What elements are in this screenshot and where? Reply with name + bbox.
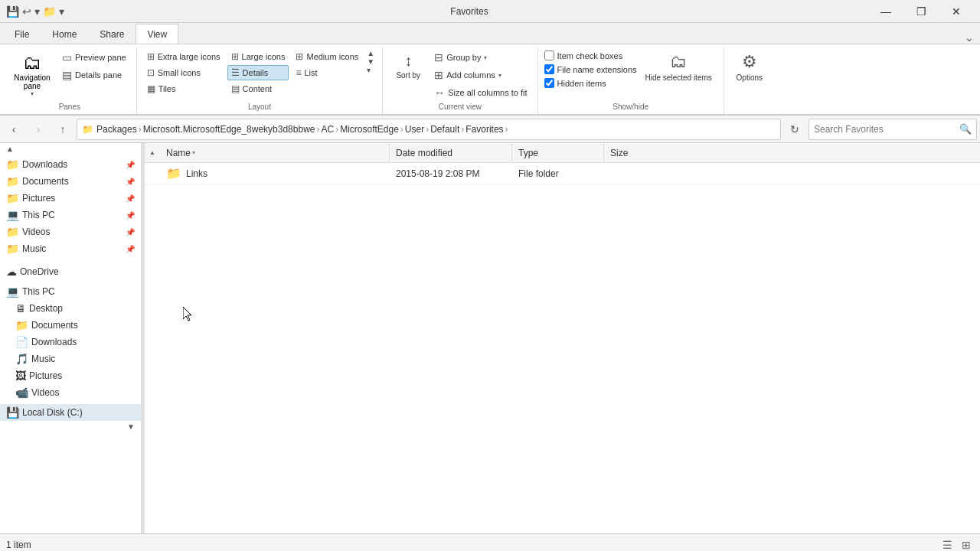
dropdown-icon: ▾ bbox=[34, 5, 40, 18]
col-header-name[interactable]: Name ▾ bbox=[160, 143, 390, 163]
tab-file[interactable]: File bbox=[3, 24, 41, 44]
search-icon: 🔍 bbox=[959, 123, 972, 135]
sidebar-item-documents-pinned[interactable]: 📁 Documents 📌 bbox=[0, 173, 141, 190]
sidebar-item-downloads-pinned[interactable]: 📁 Downloads 📌 bbox=[0, 156, 141, 173]
pane-toggles: ▭ Preview pane ▤ Details pane bbox=[58, 49, 130, 83]
sidebar-item-onedrive[interactable]: ☁ OneDrive bbox=[0, 263, 141, 280]
downloads-folder-icon: 📁 bbox=[6, 158, 19, 171]
hidden-items-row[interactable]: Hidden items bbox=[544, 77, 637, 90]
hidden-items-checkbox[interactable] bbox=[544, 78, 554, 88]
large-icons-view-button[interactable]: ⊞ bbox=[959, 537, 974, 552]
tab-home[interactable]: Home bbox=[41, 24, 88, 44]
sidebar-item-downloads[interactable]: 📄 Downloads bbox=[0, 334, 141, 350]
breadcrumb-ac[interactable]: AC bbox=[321, 124, 334, 135]
search-input[interactable] bbox=[814, 124, 956, 135]
medium-icons-label: Medium icons bbox=[306, 52, 358, 61]
item-check-boxes-row[interactable]: Item check boxes bbox=[544, 49, 637, 62]
details-button[interactable]: ☰ Details bbox=[227, 65, 289, 80]
nav-pane-button[interactable]: 🗂 Navigationpane ▾ bbox=[9, 49, 55, 100]
sidebar-item-videos-pinned[interactable]: 📁 Videos 📌 bbox=[0, 223, 141, 240]
breadcrumb-favorites[interactable]: Favorites bbox=[466, 124, 503, 135]
sort-arrow: ▲ bbox=[149, 149, 155, 156]
large-icons-label: Large icons bbox=[242, 52, 286, 61]
details-pane-button[interactable]: ▤ Details pane bbox=[58, 67, 130, 83]
large-icons-button[interactable]: ⊞ Large icons bbox=[227, 49, 289, 64]
thispc-icon2: 💻 bbox=[6, 285, 19, 298]
group-by-button[interactable]: ⊟ Group by ▾ bbox=[430, 49, 531, 66]
breadcrumb[interactable]: 📁 Packages › Microsoft.MicrosoftEdge_8we… bbox=[77, 119, 781, 140]
layout-col1: ⊞ Extra large icons ⊡ Small icons ▦ Tile… bbox=[143, 49, 224, 96]
sidebar-item-thispc-pinned[interactable]: 💻 This PC 📌 bbox=[0, 207, 141, 223]
hidden-items-label: Hidden items bbox=[557, 79, 606, 88]
refresh-button[interactable]: ↻ bbox=[784, 119, 805, 140]
sidebar-item-desktop[interactable]: 🖥 Desktop bbox=[0, 300, 141, 317]
add-columns-button[interactable]: ⊞ Add columns ▾ bbox=[430, 67, 531, 83]
up-button[interactable]: ↑ bbox=[52, 119, 74, 140]
size-all-columns-button[interactable]: ↔ Size all columns to fit bbox=[430, 84, 531, 101]
tab-view[interactable]: View bbox=[136, 24, 178, 44]
extra-large-icons-button[interactable]: ⊞ Extra large icons bbox=[143, 49, 224, 64]
tiles-button[interactable]: ▦ Tiles bbox=[143, 81, 224, 96]
content-icon: ▤ bbox=[231, 83, 240, 94]
sidebar-item-documents[interactable]: 📁 Documents bbox=[0, 317, 141, 334]
file-name-extensions-checkbox[interactable] bbox=[544, 64, 554, 74]
back-button[interactable]: ‹ bbox=[3, 119, 24, 140]
sidebar-item-thispc[interactable]: 💻 This PC bbox=[0, 283, 141, 300]
sort-by-button[interactable]: ↕ Sort by bbox=[389, 49, 427, 83]
sidebar-item-music-pinned[interactable]: 📁 Music 📌 bbox=[0, 240, 141, 257]
sidebar-item-pictures[interactable]: 🖼 Pictures bbox=[0, 367, 141, 384]
breadcrumb-user[interactable]: User bbox=[405, 124, 424, 135]
breadcrumb-sep3: › bbox=[335, 124, 338, 135]
table-row[interactable]: 📁 Links 2015-08-19 2:08 PM File folder bbox=[145, 163, 980, 184]
sidebar-item-drive[interactable]: 💾 Local Disk (C:) bbox=[0, 404, 141, 421]
small-icons-label: Small icons bbox=[158, 68, 201, 77]
sidebar-item-label: Desktop bbox=[29, 303, 63, 314]
list-button[interactable]: ≡ List bbox=[292, 65, 362, 80]
ribbon-collapse-icon[interactable]: ⌄ bbox=[965, 31, 974, 44]
sidebar-item-pictures-pinned[interactable]: 📁 Pictures 📌 bbox=[0, 190, 141, 207]
breadcrumb-packages[interactable]: Packages bbox=[96, 124, 137, 135]
breadcrumb-default[interactable]: Default bbox=[430, 124, 459, 135]
layout-scroll-down[interactable]: ▼ bbox=[367, 57, 374, 66]
forward-button[interactable]: › bbox=[28, 119, 49, 140]
sidebar-scroll-down[interactable]: ▼ bbox=[124, 422, 138, 431]
sidebar-item-videos[interactable]: 📹 Videos bbox=[0, 384, 141, 401]
size-all-columns-label: Size all columns to fit bbox=[448, 88, 527, 97]
ribbon: 🗂 Navigationpane ▾ ▭ Preview pane ▤ Deta… bbox=[0, 44, 980, 116]
onedrive-icon: ☁ bbox=[6, 266, 17, 278]
close-button[interactable]: ✕ bbox=[939, 0, 974, 23]
file-name-extensions-row[interactable]: File name extensions bbox=[544, 63, 637, 76]
col-header-size[interactable]: Size bbox=[604, 143, 681, 163]
preview-pane-label: Preview pane bbox=[75, 53, 126, 62]
sidebar-item-label: Videos bbox=[31, 387, 59, 398]
options-label: Options bbox=[737, 73, 763, 82]
undo-icon: ↩ bbox=[22, 5, 31, 18]
sidebar-item-label: Music bbox=[31, 354, 55, 364]
preview-pane-button[interactable]: ▭ Preview pane bbox=[58, 49, 130, 66]
tab-share[interactable]: Share bbox=[88, 24, 136, 44]
nav-pane-dropdown[interactable]: ▾ bbox=[31, 90, 34, 97]
details-view-button[interactable]: ☰ bbox=[939, 537, 956, 552]
sidebar-scroll-up[interactable]: ▲ bbox=[3, 145, 17, 153]
details-pane-icon: ▤ bbox=[62, 69, 72, 81]
small-icons-button[interactable]: ⊡ Small icons bbox=[143, 65, 224, 80]
medium-icons-button[interactable]: ⊞ Medium icons bbox=[292, 49, 362, 64]
ribbon-tabs: File Home Share View ⌄ bbox=[0, 23, 980, 44]
sidebar-item-label: Local Disk (C:) bbox=[22, 407, 83, 418]
layout-expand[interactable]: ▾ bbox=[367, 66, 374, 74]
maximize-button[interactable]: ❐ bbox=[903, 0, 939, 23]
minimize-button[interactable]: — bbox=[868, 0, 903, 23]
breadcrumb-edge-package[interactable]: Microsoft.MicrosoftEdge_8wekyb3d8bbwe bbox=[143, 124, 315, 135]
content-button[interactable]: ▤ Content bbox=[227, 81, 289, 96]
layout-scroll-up[interactable]: ▲ bbox=[367, 49, 374, 57]
col-header-type[interactable]: Type bbox=[512, 143, 604, 163]
col-header-date[interactable]: Date modified bbox=[390, 143, 512, 163]
hide-selected-items-button[interactable]: 🗂 Hide selected items bbox=[640, 49, 717, 85]
sidebar-item-music[interactable]: 🎵 Music bbox=[0, 350, 141, 367]
search-box[interactable]: 🔍 bbox=[808, 119, 977, 140]
breadcrumb-microsoftedge[interactable]: MicrosoftEdge bbox=[340, 124, 399, 135]
layout-col3: ⊞ Medium icons ≡ List bbox=[292, 49, 362, 80]
options-button[interactable]: ⚙ Options bbox=[730, 49, 769, 85]
add-columns-icon: ⊞ bbox=[434, 69, 443, 81]
item-check-boxes-checkbox[interactable] bbox=[544, 51, 554, 60]
